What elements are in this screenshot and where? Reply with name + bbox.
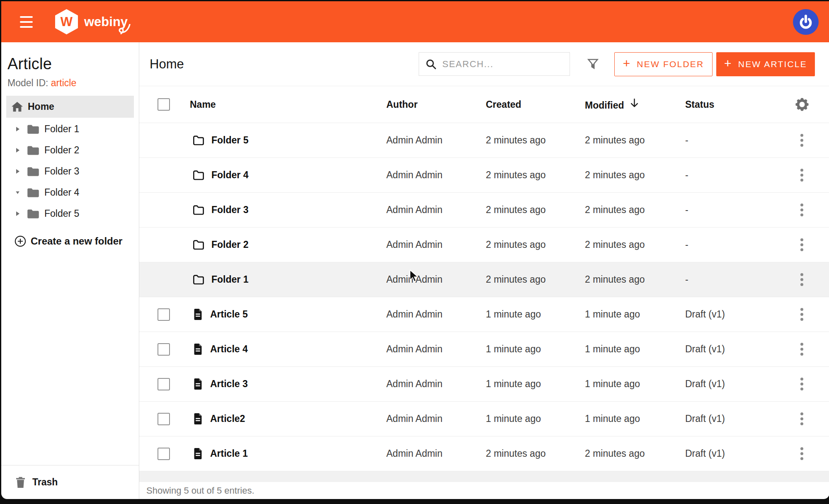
file-icon (193, 308, 203, 320)
row-status: - (675, 204, 774, 216)
row-menu-button[interactable] (798, 271, 806, 288)
row-checkbox[interactable] (158, 413, 170, 425)
row-name[interactable]: Folder 5 (211, 135, 248, 146)
row-checkbox[interactable] (158, 448, 170, 460)
row-checkbox[interactable] (158, 378, 170, 390)
chevron-right-icon[interactable] (15, 126, 20, 133)
table-row[interactable]: Article2 Admin Admin 1 minute ago 1 minu… (139, 402, 829, 436)
select-all-checkbox[interactable] (158, 98, 170, 111)
create-new-folder-button[interactable]: Create a new folder (1, 230, 139, 253)
filter-icon (587, 58, 599, 70)
row-menu-button[interactable] (798, 445, 806, 463)
column-header-name[interactable]: Name (170, 99, 376, 110)
chevron-down-icon[interactable] (15, 190, 20, 195)
table-row[interactable]: Article 1 Admin Admin 2 minutes ago 2 mi… (139, 436, 829, 471)
row-name[interactable]: Folder 3 (211, 204, 248, 216)
row-name[interactable]: Article 4 (210, 344, 248, 355)
table-row[interactable]: Folder 5 Admin Admin 2 minutes ago 2 min… (139, 123, 829, 158)
brand-y-swash (117, 24, 131, 36)
file-icon (193, 413, 203, 425)
table-settings-gear-icon[interactable] (795, 97, 809, 111)
row-modified: 2 minutes ago (574, 274, 675, 285)
row-status: - (675, 274, 774, 285)
table-row[interactable]: Article 3 Admin Admin 1 minute ago 1 min… (139, 367, 829, 402)
plus-icon: + (623, 56, 631, 70)
row-name[interactable]: Folder 2 (211, 239, 248, 250)
row-created: 1 minute ago (475, 378, 574, 390)
row-name[interactable]: Article 5 (210, 309, 248, 320)
table-row[interactable]: Folder 2 Admin Admin 2 minutes ago 2 min… (139, 228, 829, 262)
row-name[interactable]: Article2 (210, 413, 245, 424)
row-menu-button[interactable] (798, 166, 806, 184)
table-row[interactable]: Folder 3 Admin Admin 2 minutes ago 2 min… (139, 193, 829, 228)
folder-icon (27, 188, 39, 198)
plus-icon: + (724, 56, 732, 70)
row-menu-button[interactable] (798, 201, 806, 219)
power-icon (798, 15, 813, 29)
row-created: 2 minutes ago (475, 204, 574, 216)
folder-icon (193, 135, 204, 145)
row-name[interactable]: Article 1 (210, 448, 248, 459)
row-menu-button[interactable] (798, 131, 806, 149)
folder-icon (27, 209, 39, 219)
table-row[interactable]: Article 4 Admin Admin 1 minute ago 1 min… (139, 332, 829, 367)
plus-circle-icon (15, 235, 26, 247)
column-header-modified[interactable]: Modified (574, 97, 675, 111)
row-checkbox[interactable] (158, 343, 170, 356)
row-menu-button[interactable] (798, 340, 806, 358)
chevron-right-icon[interactable] (15, 147, 20, 154)
table-row[interactable]: Article 5 Admin Admin 1 minute ago 1 min… (139, 297, 829, 332)
trash-icon (16, 477, 25, 488)
row-name[interactable]: Folder 1 (211, 274, 248, 285)
row-menu-button[interactable] (798, 410, 806, 428)
row-author: Admin Admin (376, 204, 475, 216)
sort-desc-arrow-icon (629, 99, 640, 111)
table-row[interactable]: Folder 1 Admin Admin 2 minutes ago 2 min… (139, 262, 829, 297)
row-modified: 1 minute ago (574, 344, 675, 355)
sidebar-item-folder-3[interactable]: Folder 3 (1, 161, 139, 182)
table-row[interactable]: Folder 4 Admin Admin 2 minutes ago 2 min… (139, 158, 829, 193)
row-menu-button[interactable] (798, 375, 806, 393)
sidebar-item-home[interactable]: Home (6, 96, 134, 118)
model-id-line: Model ID: article (7, 78, 133, 89)
table-header: Name Author Created Modified Status (139, 86, 829, 123)
sidebar-item-folder-5[interactable]: Folder 5 (1, 203, 139, 224)
sidebar-item-folder-1[interactable]: Folder 1 (1, 119, 139, 140)
webiny-logo[interactable]: W webiny (55, 9, 128, 34)
model-id-value[interactable]: article (51, 78, 76, 88)
search-input[interactable]: SEARCH... (419, 52, 570, 76)
row-name[interactable]: Folder 4 (211, 170, 248, 181)
column-header-status[interactable]: Status (675, 99, 774, 110)
filter-button[interactable] (587, 58, 599, 70)
table-body: Folder 5 Admin Admin 2 minutes ago 2 min… (139, 123, 829, 471)
chevron-right-icon[interactable] (15, 168, 20, 175)
row-checkbox[interactable] (158, 308, 170, 321)
row-name[interactable]: Article 3 (210, 378, 248, 390)
row-modified: 2 minutes ago (574, 135, 675, 146)
row-status: - (675, 170, 774, 181)
row-status: Draft (v1) (675, 448, 774, 459)
row-menu-button[interactable] (798, 305, 806, 323)
row-menu-button[interactable] (798, 236, 806, 254)
column-header-created[interactable]: Created (475, 99, 574, 110)
row-created: 1 minute ago (475, 344, 574, 355)
user-avatar[interactable] (793, 9, 819, 35)
chevron-right-icon[interactable] (15, 210, 20, 217)
horizontal-scrollbar-track[interactable] (139, 471, 829, 482)
new-folder-button[interactable]: +NEW FOLDER (614, 52, 713, 76)
new-article-button[interactable]: +NEW ARTICLE (716, 52, 815, 76)
row-status: Draft (v1) (675, 344, 774, 355)
column-header-author[interactable]: Author (376, 99, 475, 110)
file-icon (193, 343, 203, 355)
model-title: Article (7, 55, 133, 73)
sidebar-item-folder-4[interactable]: Folder 4 (1, 182, 139, 203)
sidebar-item-trash[interactable]: Trash (1, 465, 139, 499)
row-status: - (675, 135, 774, 146)
row-modified: 2 minutes ago (574, 170, 675, 181)
hamburger-menu-icon[interactable] (20, 16, 33, 28)
row-created: 1 minute ago (475, 309, 574, 320)
row-author: Admin Admin (376, 448, 475, 459)
row-modified: 1 minute ago (574, 309, 675, 320)
sidebar-item-folder-2[interactable]: Folder 2 (1, 140, 139, 161)
file-icon (193, 378, 203, 390)
